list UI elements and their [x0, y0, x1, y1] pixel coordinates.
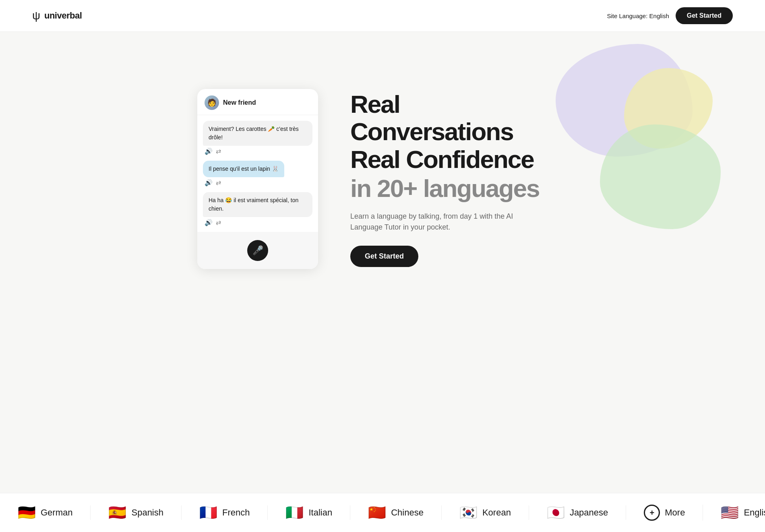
hero-section: 🧑 New friend Vraiment? Les carottes 🥕 c'…	[0, 32, 765, 334]
chat-body: Vraiment? Les carottes 🥕 c'est très drôl…	[197, 115, 318, 226]
language-strip: 🇩🇪German🇪🇸Spanish🇫🇷French🇮🇹Italian🇨🇳Chin…	[0, 493, 765, 532]
logo-text: univerbal	[44, 10, 82, 21]
lang-name-chinese: Chinese	[391, 507, 424, 518]
message-actions-3: 🔊 ⇄	[203, 219, 312, 226]
blob-yellow	[624, 68, 713, 149]
flag-chinese: 🇨🇳	[368, 505, 386, 520]
lang-name-japanese: Japanese	[570, 507, 608, 518]
translate-icon-3[interactable]: ⇄	[216, 219, 221, 226]
lang-name-spanish: Spanish	[131, 507, 163, 518]
audio-icon-1[interactable]: 🔊	[205, 147, 213, 155]
site-language-label: Site Language: English	[607, 12, 669, 19]
lang-item-spanish[interactable]: 🇪🇸Spanish	[91, 505, 182, 520]
chat-card: 🧑 New friend Vraiment? Les carottes 🥕 c'…	[197, 89, 318, 269]
lang-item-chinese[interactable]: 🇨🇳Chinese	[350, 505, 442, 520]
message-row: Vraiment? Les carottes 🥕 c'est très drôl…	[203, 121, 312, 155]
logo-icon: ψ	[32, 9, 40, 22]
lang-item-italian[interactable]: 🇮🇹Italian	[268, 505, 350, 520]
nav-right: Site Language: English Get Started	[607, 7, 733, 24]
hero-heading-line3: in 20+ languages	[350, 175, 568, 202]
message-bubble-received-3: Ha ha 😂 il est vraiment spécial, ton chi…	[203, 192, 312, 217]
lang-name-italian: Italian	[308, 507, 332, 518]
flag-french: 🇫🇷	[199, 505, 217, 520]
flag-korean: 🇰🇷	[459, 505, 478, 520]
more-circle-icon: +	[644, 505, 660, 521]
lang-item-english[interactable]: 🇺🇸English	[703, 505, 765, 520]
message-row-sent: Il pense qu'il est un lapin 🐰 🔊 ⇄	[203, 161, 312, 186]
message-bubble-sent: Il pense qu'il est un lapin 🐰	[203, 161, 284, 177]
flag-japanese: 🇯🇵	[547, 505, 565, 520]
flag-german: 🇩🇪	[18, 505, 36, 520]
lang-item-japanese[interactable]: 🇯🇵Japanese	[529, 505, 626, 520]
hero-subtext: Learn a language by talking, from day 1 …	[350, 211, 536, 233]
contact-name: New friend	[223, 99, 256, 106]
lang-name-french: French	[222, 507, 250, 518]
mic-button[interactable]: 🎤	[247, 240, 268, 261]
flag-spanish: 🇪🇸	[108, 505, 126, 520]
audio-icon-2[interactable]: 🔊	[205, 179, 213, 186]
translate-icon-1[interactable]: ⇄	[216, 147, 221, 155]
chat-input-area: 🎤	[197, 232, 318, 269]
message-bubble-received-1: Vraiment? Les carottes 🥕 c'est très drôl…	[203, 121, 312, 146]
lang-item-german[interactable]: 🇩🇪German	[0, 505, 91, 520]
message-row-received-3: Ha ha 😂 il est vraiment spécial, ton chi…	[203, 192, 312, 226]
lang-name-korean: Korean	[482, 507, 511, 518]
message-actions-2: 🔊 ⇄	[203, 179, 221, 186]
logo[interactable]: ψ univerbal	[32, 9, 82, 22]
lang-item-korean[interactable]: 🇰🇷Korean	[442, 505, 529, 520]
flag-italian: 🇮🇹	[285, 505, 304, 520]
blob-green	[600, 124, 721, 229]
blob-purple	[556, 44, 693, 157]
lang-item-french[interactable]: 🇫🇷French	[182, 505, 268, 520]
hero-heading-line2: Real Confidence	[350, 146, 568, 173]
hero-text: Real Conversations Real Confidence in 20…	[350, 91, 568, 267]
get-started-nav-button[interactable]: Get Started	[676, 7, 733, 24]
audio-icon-3[interactable]: 🔊	[205, 219, 213, 226]
lang-name-more: More	[665, 507, 685, 518]
lang-name-english: English	[744, 507, 765, 518]
lang-item-more[interactable]: +More	[626, 505, 703, 521]
chat-header: 🧑 New friend	[197, 89, 318, 115]
avatar: 🧑	[205, 95, 219, 110]
message-actions-1: 🔊 ⇄	[203, 147, 312, 155]
flag-english: 🇺🇸	[721, 505, 739, 520]
get-started-hero-button[interactable]: Get Started	[350, 246, 418, 267]
lang-name-german: German	[41, 507, 72, 518]
navbar: ψ univerbal Site Language: English Get S…	[0, 0, 765, 32]
hero-heading-line1: Real Conversations	[350, 91, 568, 145]
translate-icon-2[interactable]: ⇄	[216, 179, 221, 186]
